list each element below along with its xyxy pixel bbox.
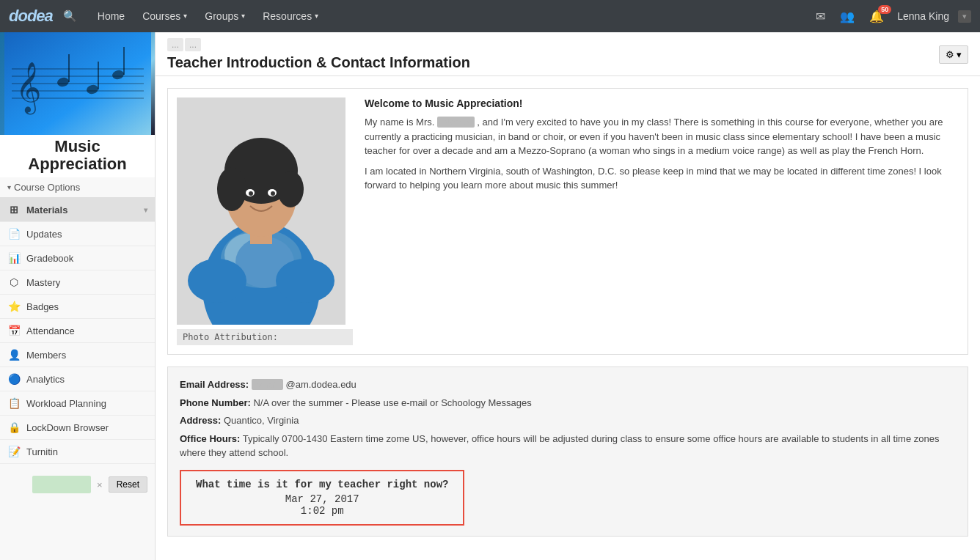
sidebar-item-materials[interactable]: ⊞ Materials ▾ <box>0 198 155 222</box>
breadcrumb: ... ... <box>167 38 470 51</box>
sidebar-item-mastery[interactable]: ⬡ Mastery <box>0 270 155 295</box>
sidebar-item-badges[interactable]: ⭐ Badges <box>0 295 155 319</box>
courses-caret: ▾ <box>183 0 187 32</box>
reset-button[interactable]: Reset <box>109 476 147 493</box>
address-value: Quantico, Virginia <box>224 415 299 426</box>
workload-icon: 📋 <box>7 397 21 409</box>
svg-point-23 <box>217 167 246 211</box>
notifications-button[interactable]: 🔔 50 <box>865 7 888 26</box>
time-widget: What time is it for my teacher right now… <box>180 470 464 526</box>
svg-point-27 <box>249 191 253 196</box>
contact-section: Email Address: email @am.dodea.edu Phone… <box>167 366 968 537</box>
sidebar-close-button[interactable]: × <box>97 479 103 490</box>
updates-icon: 📄 <box>7 228 21 240</box>
user-name: Lenna King <box>897 10 949 22</box>
course-options-label: Course Options <box>14 182 80 193</box>
messages-button[interactable]: ✉ <box>811 7 830 26</box>
teacher-photo <box>177 97 345 325</box>
groups-caret: ▾ <box>241 0 245 32</box>
email-label: Email Address: <box>180 379 249 390</box>
logo[interactable]: dodea <box>9 7 53 26</box>
course-title: Music Appreciation <box>6 138 149 173</box>
teacher-intro-p2: I am located in Northern Virginia, south… <box>365 164 959 193</box>
sidebar-item-turnitin[interactable]: 📝 Turnitin <box>0 440 155 464</box>
nav-resources[interactable]: Resources ▾ <box>254 0 327 32</box>
welcome-title: Welcome to Music Appreciation! <box>365 97 959 109</box>
teacher-intro-p1: My name is Mrs. Name , and I'm very exci… <box>365 115 959 158</box>
sidebar-item-gradebook[interactable]: 📊 Gradebook <box>0 246 155 270</box>
nav-courses[interactable]: Courses ▾ <box>134 0 196 32</box>
phone-label: Phone Number: <box>180 397 251 408</box>
address-label: Address: <box>180 415 221 426</box>
main-layout: 𝄞 Music Appreciation <box>0 32 980 560</box>
contact-phone-row: Phone Number: N/A over the summer - Plea… <box>180 396 956 410</box>
nav-links: Home Courses ▾ Groups ▾ Resources ▾ <box>89 0 811 32</box>
breadcrumb-2[interactable]: ... <box>185 38 201 51</box>
nav-right: ✉ 👥 🔔 50 Lenna King ▾ <box>811 7 971 26</box>
svg-point-30 <box>276 259 334 303</box>
time-widget-title: What time is it for my teacher right now… <box>196 479 448 490</box>
lockdown-icon: 🔒 <box>7 421 21 433</box>
page-header: ... ... Teacher Introduction & Contact I… <box>156 32 980 76</box>
time-widget-date: Mar 27, 2017 <box>196 493 448 505</box>
teacher-photo-svg <box>177 97 345 325</box>
turnitin-icon: 📝 <box>7 446 21 457</box>
phone-value: N/A over the summer - Please use e-mail … <box>253 397 531 408</box>
sidebar-green-block <box>32 476 91 493</box>
user-menu-dropdown[interactable]: ▾ <box>958 10 971 23</box>
sidebar-item-analytics[interactable]: 🔵 Analytics <box>0 367 155 391</box>
teacher-intro-section: Photo Attribution: Welcome to Music Appr… <box>167 88 968 355</box>
breadcrumb-1[interactable]: ... <box>167 38 183 51</box>
blurred-email: email <box>252 379 283 390</box>
blurred-name: Name <box>437 117 475 128</box>
course-header: 𝄞 Music Appreciation <box>0 32 155 177</box>
contact-address-row: Address: Quantico, Virginia <box>180 413 956 428</box>
nav-home[interactable]: Home <box>89 0 134 32</box>
gear-icon: ⚙ <box>946 49 954 60</box>
contact-office-row: Office Hours: Typically 0700-1430 Easter… <box>180 432 956 460</box>
sidebar-item-lockdown[interactable]: 🔒 LockDown Browser <box>0 416 155 440</box>
svg-point-28 <box>271 191 275 196</box>
svg-text:𝄞: 𝄞 <box>15 62 41 115</box>
badges-icon: ⭐ <box>7 301 21 312</box>
gear-button[interactable]: ⚙ ▾ <box>939 45 968 64</box>
main-content: ... ... Teacher Introduction & Contact I… <box>156 32 980 560</box>
svg-point-24 <box>277 171 304 207</box>
sidebar: 𝄞 Music Appreciation <box>0 32 156 560</box>
teacher-photo-area: Photo Attribution: <box>177 97 353 345</box>
notification-badge: 50 <box>878 5 891 14</box>
time-widget-time: 1:02 pm <box>196 505 448 517</box>
sidebar-item-updates[interactable]: 📄 Updates <box>0 222 155 246</box>
people-button[interactable]: 👥 <box>835 7 859 26</box>
sidebar-item-attendance[interactable]: 📅 Attendance <box>0 319 155 343</box>
course-options-row[interactable]: ▾ Course Options <box>0 177 155 198</box>
materials-icon: ⊞ <box>7 204 21 215</box>
page-title: Teacher Introduction & Contact Informati… <box>167 54 470 71</box>
course-options-arrow: ▾ <box>7 183 11 191</box>
sidebar-item-members[interactable]: 👤 Members <box>0 343 155 367</box>
photo-caption: Photo Attribution: <box>177 329 353 345</box>
mastery-icon: ⬡ <box>7 276 21 288</box>
top-navigation: dodea 🔍 Home Courses ▾ Groups ▾ Resource… <box>0 0 980 32</box>
office-hours-label: Office Hours: <box>180 433 240 444</box>
contact-email-row: Email Address: email @am.dodea.edu <box>180 377 956 392</box>
course-image: 𝄞 <box>0 32 155 135</box>
office-hours-value: Typically 0700-1430 Eastern time zome US… <box>180 433 939 459</box>
sidebar-item-workload[interactable]: 📋 Workload Planning <box>0 391 155 416</box>
analytics-icon: 🔵 <box>7 373 21 385</box>
gear-dropdown-arrow: ▾ <box>957 49 962 60</box>
search-icon[interactable]: 🔍 <box>63 10 77 23</box>
materials-arrow: ▾ <box>144 206 147 214</box>
sidebar-bottom: × Reset <box>0 470 155 499</box>
nav-groups[interactable]: Groups ▾ <box>196 0 254 32</box>
svg-point-29 <box>188 259 246 303</box>
music-visual: 𝄞 <box>0 32 155 135</box>
resources-caret: ▾ <box>315 0 318 32</box>
members-icon: 👤 <box>7 349 21 361</box>
email-domain: @am.dodea.edu <box>286 379 356 390</box>
course-title-area: Music Appreciation <box>0 135 155 177</box>
attendance-icon: 📅 <box>7 325 21 336</box>
gradebook-icon: 📊 <box>7 252 21 264</box>
content-body: Photo Attribution: Welcome to Music Appr… <box>156 76 980 560</box>
teacher-text: Welcome to Music Appreciation! My name i… <box>365 97 959 345</box>
